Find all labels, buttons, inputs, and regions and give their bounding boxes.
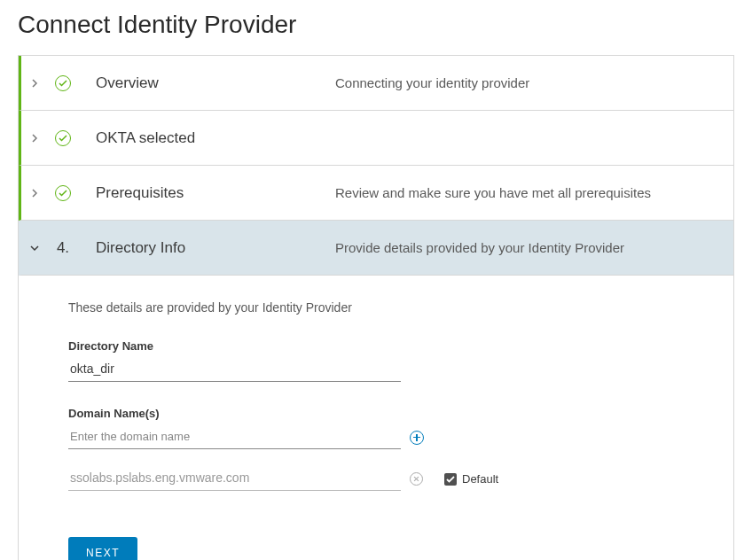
step-desc: Connecting your identity provider [335,74,716,92]
step-overview[interactable]: Overview Connecting your identity provid… [19,56,733,111]
check-icon [48,75,78,91]
check-icon [48,185,78,201]
step-title: Directory Info [78,239,335,257]
step-okta[interactable]: OKTA selected [19,111,733,166]
directory-name-input[interactable] [68,358,401,382]
default-checkbox-label: Default [462,472,498,486]
domain-names-label: Domain Name(s) [68,407,716,420]
page-title: Connect Identity Provider [0,0,752,55]
next-button[interactable]: NEXT [68,537,137,560]
step-title: Prerequisites [78,184,335,202]
check-icon [48,130,78,146]
directory-name-label: Directory Name [68,339,716,353]
step-title: OKTA selected [78,129,335,147]
add-domain-button[interactable] [410,431,424,445]
remove-domain-button[interactable] [410,472,423,486]
chevron-right-icon[interactable] [21,133,48,144]
chevron-down-icon[interactable] [21,243,48,253]
step-prereq[interactable]: Prerequisites Review and make sure you h… [19,166,733,221]
step-number: 4. [48,239,78,257]
wizard-container: Overview Connecting your identity provid… [18,55,734,560]
step-directory-info[interactable]: 4. Directory Info Provide details provid… [19,221,733,276]
directory-name-field: Directory Name [68,339,716,382]
domain-names-field: Domain Name(s) De [68,407,716,491]
default-checkbox[interactable] [444,473,457,486]
step-title: Overview [78,74,335,92]
existing-domain-input[interactable] [68,467,401,491]
domain-name-input[interactable] [68,425,401,449]
step-desc: Review and make sure you have met all pr… [335,183,716,202]
plus-icon [410,431,424,445]
intro-text: These details are provided by your Ident… [68,300,716,315]
chevron-right-icon[interactable] [21,78,48,89]
step-body: These details are provided by your Ident… [19,276,733,560]
step-desc: Provide details provided by your Identit… [335,238,716,257]
close-icon [410,472,423,486]
chevron-right-icon[interactable] [21,188,48,198]
